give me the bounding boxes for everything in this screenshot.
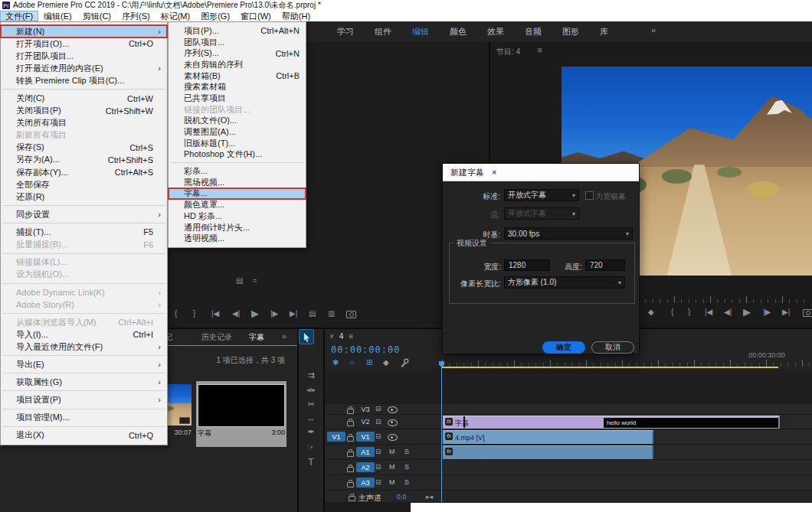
lock-icon[interactable]: [347, 467, 354, 472]
submenu-item-linked-team-project[interactable]: 链接的团队项目...: [169, 104, 306, 116]
track-label[interactable]: V2: [356, 417, 375, 427]
lock-icon[interactable]: [347, 482, 354, 488]
submenu-item-universal-countdown[interactable]: 通用倒计时片头...: [169, 222, 306, 233]
lock-icon[interactable]: [347, 452, 354, 457]
menubar-sequence[interactable]: 序列(S): [116, 11, 156, 21]
submenu-item-transparent-video[interactable]: 透明视频...: [169, 233, 306, 244]
program-monitor-tab[interactable]: 节目: 4: [496, 47, 520, 57]
playhead-line[interactable]: [441, 361, 442, 502]
track-visibility-eye-icon[interactable]: [388, 434, 398, 441]
submenu-item-color-matte[interactable]: 颜色遮罩...: [169, 199, 306, 210]
sync-lock-icon[interactable]: ⊟: [375, 463, 381, 471]
submenu-item-photoshop-file[interactable]: Photoshop 文件(H)...: [169, 149, 306, 161]
tab-libraries[interactable]: 库: [600, 26, 608, 38]
menu-item-refresh-all-projects[interactable]: 刷新所有项目: [1, 129, 167, 142]
tab-editing[interactable]: 编辑: [412, 26, 429, 38]
master-level-value[interactable]: 0.0: [397, 493, 407, 501]
menu-item-adobe-story[interactable]: Adobe Story(R) ›: [1, 298, 167, 311]
sync-lock-icon[interactable]: ⊟: [375, 405, 381, 413]
go-to-in-icon[interactable]: |◀: [705, 308, 712, 316]
track-label[interactable]: V1: [356, 432, 375, 442]
step-back-icon[interactable]: ◀|: [724, 308, 732, 316]
add-marker-icon[interactable]: ◆: [648, 308, 654, 316]
submenu-item-project[interactable]: 项目(P)... Ctrl+Alt+N: [169, 25, 306, 37]
track-visibility-eye-icon[interactable]: [388, 406, 398, 413]
menu-item-export[interactable]: 导出(E) ›: [1, 358, 167, 370]
snap-icon[interactable]: ∩: [349, 358, 355, 367]
step-forward-icon[interactable]: |▶: [270, 310, 278, 318]
audio-clip[interactable]: fx: [443, 445, 653, 459]
solo-button[interactable]: S: [404, 448, 409, 455]
menu-item-project-settings[interactable]: 项目设置(P) ›: [1, 393, 167, 406]
menu-item-import[interactable]: 导入(I)... Ctrl+I: [1, 328, 167, 341]
sync-lock-icon[interactable]: ⊟: [375, 432, 381, 440]
submenu-item-captions[interactable]: 字幕...: [169, 188, 306, 200]
width-field[interactable]: 1280: [504, 259, 550, 271]
menu-item-save-copy[interactable]: 保存副本(Y)... Ctrl+Alt+S: [1, 166, 167, 178]
menu-item-batch-capture[interactable]: 批量捕捉(B)... F6: [1, 239, 167, 251]
track-content[interactable]: fx 字幕 hello world: [441, 415, 812, 429]
caption-block[interactable]: hello world: [604, 418, 778, 428]
source-patch-v1[interactable]: V1: [327, 432, 345, 442]
lock-icon[interactable]: [347, 409, 354, 414]
mute-button[interactable]: M: [389, 463, 395, 471]
selection-tool[interactable]: [299, 329, 314, 344]
hand-tool[interactable]: ☞: [299, 441, 323, 453]
lock-icon[interactable]: [347, 421, 354, 426]
export-frame-icon[interactable]: [346, 311, 356, 318]
nest-toggle-icon[interactable]: ✱: [332, 358, 339, 367]
mute-button[interactable]: M: [389, 478, 395, 486]
play-icon[interactable]: ▶: [251, 308, 259, 318]
menu-item-close[interactable]: 关闭(C) Ctrl+W: [1, 92, 167, 104]
sync-lock-icon[interactable]: ⊟: [375, 418, 381, 426]
workspace-overflow-icon[interactable]: »: [651, 25, 656, 34]
menu-item-project-manager[interactable]: 项目管理(M)...: [1, 412, 167, 424]
menu-item-import-recent[interactable]: 导入最近使用的文件(F) ›: [1, 341, 167, 353]
dialog-title-bar[interactable]: 新建字幕 ×: [443, 164, 639, 181]
widescreen-checkbox[interactable]: [585, 191, 594, 200]
type-tool[interactable]: T: [299, 456, 323, 468]
standard-dropdown[interactable]: 开放式字幕 ▾: [504, 189, 579, 201]
menu-item-sync-settings[interactable]: 同步设置 ›: [1, 208, 167, 220]
panel-tab-overflow-icon[interactable]: »: [282, 332, 286, 341]
slip-tool[interactable]: ↔: [299, 412, 323, 424]
clip-tile-caption[interactable]: 字幕 3:00: [196, 381, 286, 447]
mark-out-icon[interactable]: }: [193, 310, 195, 318]
panel-tab-captions[interactable]: 字幕: [249, 332, 264, 343]
submenu-item-legacy-title[interactable]: 旧版标题(T)...: [169, 138, 306, 149]
razor-tool[interactable]: ✂: [299, 398, 323, 410]
pen-tool[interactable]: ✒: [299, 426, 323, 438]
track-visibility-eye-icon[interactable]: [388, 419, 398, 426]
timeline-settings-wrench-icon[interactable]: [400, 358, 409, 367]
lock-icon[interactable]: [349, 496, 355, 501]
menu-item-revert[interactable]: 还原(R): [1, 191, 167, 203]
mark-in-icon[interactable]: {: [671, 308, 673, 316]
menu-item-new[interactable]: 新建(N) ›: [1, 25, 167, 38]
track-content[interactable]: [441, 491, 812, 502]
sync-lock-icon[interactable]: ⊟: [375, 478, 381, 486]
menu-item-save[interactable]: 保存(S) Ctrl+S: [1, 142, 167, 154]
go-to-out-icon[interactable]: ▶|: [290, 310, 297, 318]
menu-item-close-project[interactable]: 关闭项目(P) Ctrl+Shift+W: [1, 105, 167, 117]
menu-item-import-from-browser[interactable]: 从媒体浏览器导入(M) Ctrl+Alt+I: [1, 316, 167, 328]
overwrite-icon[interactable]: ▥: [328, 310, 335, 318]
submenu-item-search-bin[interactable]: 搜索素材箱: [169, 81, 306, 93]
track-content[interactable]: fx: [441, 445, 812, 459]
track-label[interactable]: V3: [356, 404, 375, 414]
solo-button[interactable]: S: [404, 478, 409, 486]
menu-item-close-all-projects[interactable]: 关闭所有项目: [1, 117, 167, 129]
lock-icon[interactable]: [347, 436, 354, 442]
solo-button[interactable]: S: [404, 463, 409, 471]
track-label[interactable]: A3: [356, 478, 375, 488]
go-to-in-icon[interactable]: |◀: [211, 310, 219, 318]
go-to-out-icon[interactable]: ▶|: [782, 308, 790, 316]
export-frame-icon[interactable]: [803, 309, 812, 317]
tab-learning[interactable]: 学习: [337, 26, 354, 38]
mark-in-icon[interactable]: {: [175, 310, 177, 318]
menubar-graphics[interactable]: 图形(G): [195, 11, 235, 21]
submenu-item-shared-project[interactable]: 已共享项目: [169, 93, 306, 104]
submenu-item-adjustment-layer[interactable]: 调整图层(A)...: [169, 126, 306, 138]
mark-out-icon[interactable]: }: [688, 308, 690, 316]
timeline-sequence-tab[interactable]: 4: [339, 332, 344, 341]
play-icon[interactable]: ▶: [743, 307, 751, 317]
